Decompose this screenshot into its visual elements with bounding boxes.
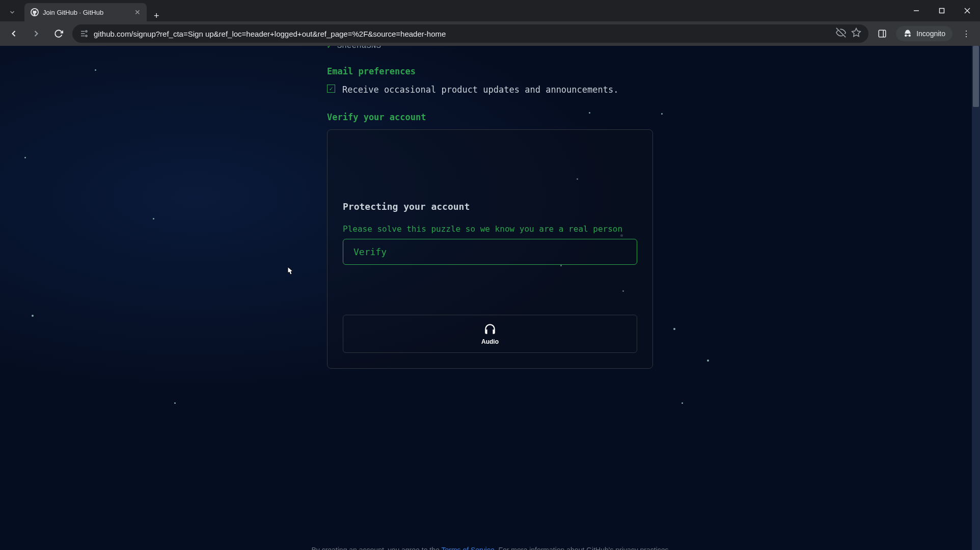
- back-button[interactable]: [5, 25, 22, 42]
- star-decoration: [673, 328, 675, 330]
- svg-rect-1: [940, 9, 944, 13]
- star-decoration: [32, 315, 34, 317]
- address-bar[interactable]: github.com/signup?ref_cta=Sign up&ref_lo…: [72, 24, 868, 43]
- star-decoration: [682, 402, 683, 404]
- signup-form: ✓ SheenaSNS Email preferences ✓ Receive …: [327, 46, 653, 369]
- tabs-area: Join GitHub · GitHub ✕ +: [0, 0, 167, 21]
- incognito-label: Incognito: [916, 30, 945, 38]
- puzzle-instruction: Please solve this puzzle so we know you …: [343, 224, 637, 234]
- scrollbar[interactable]: [972, 46, 980, 550]
- footer-text: By creating an account, you agree to the…: [311, 546, 668, 550]
- star-decoration: [174, 402, 176, 404]
- close-window-button[interactable]: [955, 0, 980, 21]
- window-controls: [904, 0, 980, 21]
- audio-label: Audio: [481, 338, 499, 345]
- side-panel-button[interactable]: [874, 25, 891, 42]
- email-prefs-checkbox-label: Receive occasional product updates and a…: [342, 84, 618, 97]
- incognito-icon: [903, 29, 912, 38]
- url-text: github.com/signup?ref_cta=Sign up&ref_lo…: [94, 30, 831, 38]
- email-prefs-label: Email preferences: [327, 66, 653, 76]
- star-decoration: [24, 157, 26, 158]
- reload-button[interactable]: [50, 25, 67, 42]
- verify-account-label: Verify your account: [327, 112, 653, 122]
- protect-heading: Protecting your account: [343, 201, 637, 212]
- eye-off-icon[interactable]: [836, 28, 846, 40]
- email-prefs-checkbox[interactable]: ✓: [327, 85, 335, 93]
- tos-link[interactable]: Terms of Service: [441, 546, 494, 550]
- tab-title: Join GitHub · GitHub: [43, 9, 130, 16]
- audio-button[interactable]: Audio: [343, 315, 637, 353]
- close-icon[interactable]: ✕: [134, 8, 141, 16]
- check-icon: ✓: [327, 46, 332, 51]
- star-decoration: [707, 360, 709, 362]
- minimize-button[interactable]: [904, 0, 929, 21]
- svg-rect-11: [879, 30, 886, 37]
- svg-point-7: [86, 31, 87, 32]
- star-decoration: [661, 113, 663, 115]
- site-settings-icon[interactable]: [79, 29, 89, 38]
- headphones-icon: [483, 322, 497, 337]
- star-icon[interactable]: [851, 28, 861, 40]
- email-prefs-checkbox-row: ✓ Receive occasional product updates and…: [327, 84, 653, 97]
- search-tabs-button[interactable]: [3, 3, 21, 21]
- verify-panel: Protecting your account Please solve thi…: [327, 129, 653, 369]
- titlebar: Join GitHub · GitHub ✕ +: [0, 0, 980, 21]
- toolbar: github.com/signup?ref_cta=Sign up&ref_lo…: [0, 21, 980, 46]
- cursor-pointer-icon: [284, 266, 295, 279]
- new-tab-button[interactable]: +: [147, 11, 167, 21]
- verify-button[interactable]: Verify: [343, 239, 637, 265]
- scrollbar-thumb[interactable]: [973, 46, 979, 107]
- star-decoration: [153, 218, 154, 219]
- username-row: ✓ SheenaSNS: [327, 46, 653, 51]
- svg-marker-10: [852, 29, 861, 37]
- incognito-badge[interactable]: Incognito: [896, 26, 952, 41]
- star-decoration: [95, 69, 96, 71]
- page-viewport: ✓ SheenaSNS Email preferences ✓ Receive …: [0, 46, 980, 550]
- tab-active[interactable]: Join GitHub · GitHub ✕: [24, 3, 147, 21]
- username-value: SheenaSNS: [337, 46, 381, 50]
- menu-button[interactable]: ⋮: [958, 29, 975, 39]
- forward-button[interactable]: [28, 25, 45, 42]
- github-favicon: [31, 8, 39, 16]
- svg-point-8: [86, 35, 87, 37]
- maximize-button[interactable]: [929, 0, 955, 21]
- chevron-down-icon: [9, 9, 16, 16]
